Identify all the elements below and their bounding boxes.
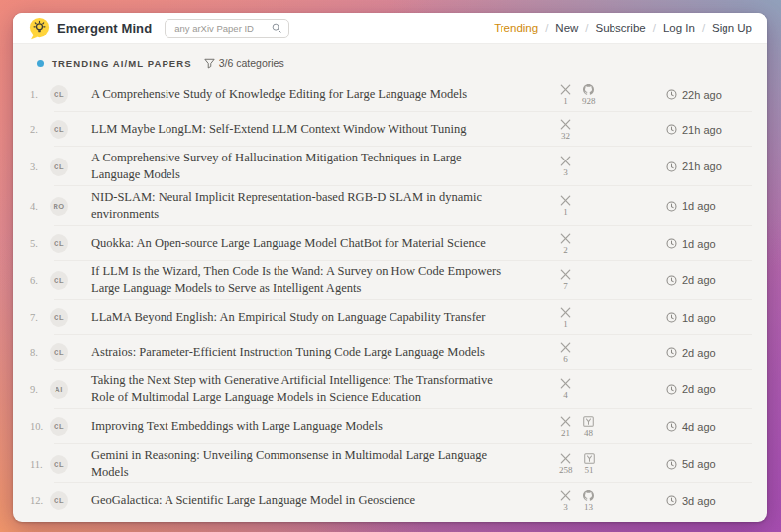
- stat-hackernews[interactable]: 51: [583, 453, 596, 475]
- paper-row: 1. CL A Comprehensive Study of Knowledge…: [13, 77, 767, 112]
- nav-separator: /: [545, 22, 548, 34]
- stat-x[interactable]: 7: [559, 269, 572, 291]
- stat-x[interactable]: 1: [559, 307, 572, 329]
- stat-count: 258: [559, 465, 573, 475]
- category-badge[interactable]: CL: [50, 343, 68, 362]
- paper-rank: 10.: [13, 421, 50, 432]
- paper-rank: 8.: [13, 347, 50, 358]
- paper-time: 4d ago: [650, 421, 767, 433]
- paper-row: 10. CL Improving Text Embeddings with La…: [13, 409, 767, 444]
- paper-row: 9. AI Taking the Next Step with Generati…: [13, 370, 767, 409]
- stat-x[interactable]: 3: [559, 156, 572, 177]
- paper-time: 2d ago: [650, 383, 767, 395]
- category-filter[interactable]: 3/6 categories: [204, 57, 284, 69]
- paper-rank: 12.: [13, 495, 50, 506]
- bullet-dot-icon: [37, 60, 44, 67]
- paper-title[interactable]: Taking the Next Step with Generative Art…: [91, 372, 539, 406]
- search-input[interactable]: [172, 22, 272, 35]
- clock-icon: [666, 89, 677, 100]
- paper-title[interactable]: Quokka: An Open-source Large Language Mo…: [91, 235, 539, 252]
- nav-separator: /: [653, 22, 656, 34]
- filter-label: 3/6 categories: [219, 57, 284, 69]
- hackernews-icon: [584, 453, 595, 464]
- category-badge[interactable]: CL: [50, 308, 68, 327]
- stat-github[interactable]: 928: [582, 84, 596, 106]
- paper-rank: 9.: [13, 384, 50, 395]
- paper-rank: 6.: [13, 275, 50, 286]
- paper-time-label: 21h ago: [682, 124, 722, 136]
- nav: Trending/New/Subscribe/Log In/Sign Up: [494, 22, 752, 34]
- stat-x[interactable]: 1: [559, 195, 572, 217]
- stat-x[interactable]: 3: [559, 490, 572, 512]
- nav-separator: /: [702, 22, 705, 34]
- paper-title[interactable]: NID-SLAM: Neural Implicit Representation…: [91, 189, 539, 223]
- stat-github[interactable]: 13: [582, 490, 595, 512]
- paper-time: 22h ago: [650, 89, 767, 101]
- category-badge[interactable]: CL: [50, 158, 68, 176]
- nav-link-log-in[interactable]: Log In: [663, 22, 695, 34]
- category-badge[interactable]: RO: [50, 197, 68, 216]
- brand-name[interactable]: Emergent Mind: [57, 21, 152, 36]
- x-icon: [560, 233, 571, 244]
- paper-time: 2d ago: [650, 347, 767, 359]
- paper-title[interactable]: If LLM Is the Wizard, Then Code Is the W…: [91, 264, 539, 297]
- x-icon: [560, 416, 571, 427]
- paper-time-label: 22h ago: [682, 89, 722, 101]
- paper-stats: 258 51: [539, 453, 650, 475]
- x-icon: [560, 307, 571, 318]
- paper-title[interactable]: A Comprehensive Study of Knowledge Editi…: [91, 86, 539, 103]
- category-badge[interactable]: CL: [50, 120, 68, 139]
- paper-rank: 5.: [13, 238, 50, 249]
- list-header: TRENDING AI/ML PAPERS 3/6 categories: [13, 44, 767, 77]
- category-badge[interactable]: CL: [50, 455, 68, 474]
- stat-x[interactable]: 6: [559, 342, 572, 364]
- paper-title[interactable]: Astraios: Parameter-Efficient Instructio…: [91, 344, 539, 361]
- stat-x[interactable]: 258: [559, 453, 573, 475]
- category-badge[interactable]: CL: [50, 234, 68, 253]
- search-box[interactable]: [165, 19, 289, 38]
- paper-title[interactable]: GeoGalactica: A Scientific Large Languag…: [91, 492, 539, 509]
- paper-title[interactable]: Improving Text Embeddings with Large Lan…: [91, 418, 539, 435]
- x-icon: [560, 84, 571, 95]
- paper-stats: 1: [539, 307, 650, 329]
- stat-count: 13: [584, 502, 593, 512]
- filter-icon: [204, 58, 215, 69]
- paper-row: 7. CL LLaMA Beyond English: An Empirical…: [13, 300, 767, 335]
- paper-title[interactable]: LLM Maybe LongLM: Self-Extend LLM Contex…: [91, 121, 539, 138]
- category-badge[interactable]: CL: [50, 271, 68, 290]
- stat-x[interactable]: 32: [559, 119, 572, 141]
- nav-link-subscribe[interactable]: Subscribe: [596, 22, 646, 34]
- stat-count: 2: [563, 245, 568, 255]
- github-icon: [583, 490, 594, 501]
- paper-title[interactable]: Gemini in Reasoning: Unveiling Commonsen…: [91, 447, 539, 480]
- stat-x[interactable]: 21: [559, 416, 572, 438]
- paper-title[interactable]: LLaMA Beyond English: An Empirical Study…: [91, 309, 539, 326]
- stat-count: 7: [563, 281, 568, 291]
- list-title: TRENDING AI/ML PAPERS: [52, 58, 192, 69]
- stat-count: 1: [563, 96, 568, 106]
- paper-time-label: 1d ago: [682, 238, 716, 250]
- stat-count: 4: [563, 390, 568, 400]
- brand-logo-icon[interactable]: [28, 17, 51, 40]
- stat-hackernews[interactable]: 48: [582, 416, 595, 438]
- paper-time-label: 1d ago: [682, 312, 716, 324]
- paper-time-label: 1d ago: [682, 200, 716, 212]
- nav-link-trending[interactable]: Trending: [494, 22, 538, 34]
- category-badge[interactable]: CL: [50, 417, 68, 436]
- app-window: Emergent Mind Trending/New/Subscribe/Log…: [13, 13, 767, 522]
- nav-link-sign-up[interactable]: Sign Up: [712, 22, 752, 34]
- stat-x[interactable]: 2: [559, 233, 572, 255]
- x-icon: [560, 490, 571, 501]
- paper-stats: 2: [539, 233, 650, 255]
- hackernews-icon: [583, 416, 594, 427]
- nav-link-new[interactable]: New: [555, 22, 578, 34]
- category-badge[interactable]: CL: [50, 491, 68, 510]
- stat-x[interactable]: 4: [559, 378, 572, 400]
- paper-title[interactable]: A Comprehensive Survey of Hallucination …: [91, 150, 539, 183]
- paper-time-label: 3d ago: [682, 495, 716, 507]
- stat-x[interactable]: 1: [559, 84, 572, 106]
- paper-time: 21h ago: [650, 160, 767, 172]
- header: Emergent Mind Trending/New/Subscribe/Log…: [13, 13, 767, 44]
- category-badge[interactable]: CL: [50, 85, 68, 104]
- category-badge[interactable]: AI: [50, 380, 68, 399]
